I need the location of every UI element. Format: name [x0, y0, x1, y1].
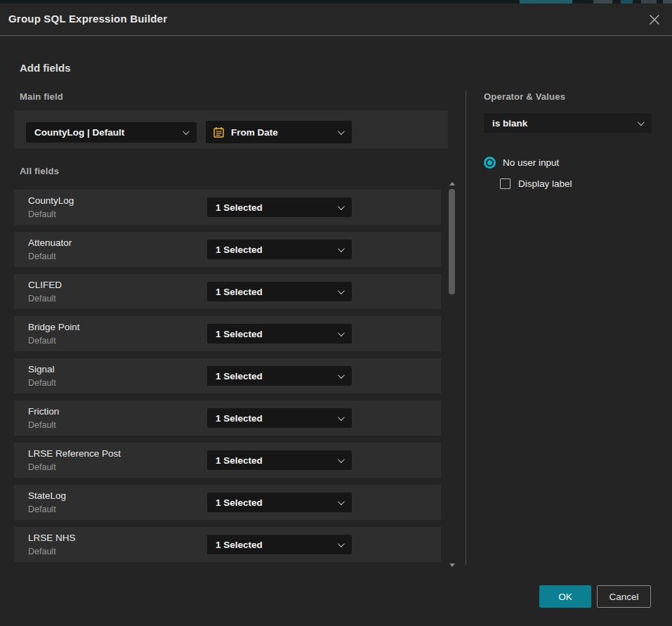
dialog-title: Group SQL Expression Builder — [8, 13, 167, 25]
calendar-icon — [213, 126, 225, 138]
field-row: Signal Default 1 Selected — [14, 358, 441, 393]
field-sublabel: Default — [28, 462, 56, 472]
ok-button[interactable]: OK — [539, 585, 591, 608]
field-row: CountyLog Default 1 Selected — [14, 190, 441, 225]
main-field-select-dropdown[interactable]: From Date — [206, 121, 352, 143]
chevron-down-icon — [338, 372, 345, 379]
field-name: Bridge Point — [28, 322, 80, 332]
radio-selected-icon — [484, 157, 496, 169]
selected-count-label: 1 Selected — [207, 497, 338, 508]
field-name: LRSE Reference Post — [28, 448, 121, 459]
field-name: CountyLog — [28, 195, 74, 206]
selected-count-label: 1 Selected — [207, 202, 338, 213]
field-name: CLIFED — [28, 280, 62, 290]
display-label-text: Display label — [518, 178, 572, 189]
all-fields-list: CountyLog Default 1 Selected Attenuator … — [14, 190, 441, 569]
field-sublabel: Default — [28, 209, 56, 219]
chevron-down-icon — [338, 245, 345, 252]
field-sublabel: Default — [28, 336, 56, 346]
field-row: Attenuator Default 1 Selected — [14, 232, 441, 267]
selected-count-label: 1 Selected — [207, 329, 338, 339]
field-name: StateLog — [28, 490, 66, 501]
field-sublabel: Default — [28, 252, 56, 261]
main-field-panel: CountyLog | Default From Date — [14, 110, 448, 148]
dialog-header: Group SQL Expression Builder — [0, 4, 672, 36]
chevron-down-icon — [338, 287, 345, 294]
chevron-down-icon — [338, 540, 345, 547]
scrollbar — [448, 179, 456, 567]
main-field-select-value: From Date — [231, 127, 338, 138]
field-selected-dropdown[interactable]: 1 Selected — [207, 408, 352, 428]
chevron-down-icon — [338, 456, 345, 463]
field-selected-dropdown[interactable]: 1 Selected — [207, 493, 352, 512]
selected-count-label: 1 Selected — [207, 371, 338, 382]
main-field-label: Main field — [20, 91, 63, 102]
field-sublabel: Default — [28, 378, 56, 388]
selected-count-label: 1 Selected — [207, 413, 338, 424]
field-selected-dropdown[interactable]: 1 Selected — [207, 366, 352, 386]
checkbox-unchecked-icon — [500, 178, 510, 189]
close-icon — [648, 13, 661, 26]
field-sublabel: Default — [28, 547, 56, 556]
scroll-up-arrow-icon[interactable] — [449, 182, 455, 185]
chevron-down-icon — [338, 128, 345, 135]
scroll-down-arrow-icon[interactable] — [449, 563, 455, 567]
chevron-down-icon — [183, 128, 190, 135]
field-row: CLIFED Default 1 Selected — [14, 274, 441, 309]
selected-count-label: 1 Selected — [207, 287, 338, 297]
field-row: Friction Default 1 Selected — [14, 400, 441, 436]
field-row: Bridge Point Default 1 Selected — [14, 316, 441, 351]
field-selected-dropdown[interactable]: 1 Selected — [207, 324, 352, 344]
operator-dropdown[interactable]: is blank — [484, 113, 652, 133]
field-row: StateLog Default 1 Selected — [14, 485, 441, 520]
field-name: Signal — [28, 364, 55, 374]
chevron-down-icon — [338, 414, 345, 421]
all-fields-label: All fields — [20, 166, 59, 176]
no-user-input-radio[interactable]: No user input — [484, 157, 559, 169]
field-selected-dropdown[interactable]: 1 Selected — [207, 535, 352, 554]
chevron-down-icon — [638, 119, 645, 126]
add-fields-heading: Add fields — [20, 62, 71, 74]
close-button[interactable] — [647, 12, 662, 27]
field-sublabel: Default — [28, 504, 56, 514]
field-selected-dropdown[interactable]: 1 Selected — [207, 282, 352, 301]
selected-count-label: 1 Selected — [207, 455, 338, 466]
field-selected-dropdown[interactable]: 1 Selected — [207, 240, 352, 259]
field-name: Attenuator — [28, 237, 72, 248]
operator-values-label: Operator & Values — [484, 91, 565, 102]
operator-value: is blank — [484, 118, 638, 129]
group-sql-expression-builder-dialog: Group SQL Expression Builder Add fields … — [0, 4, 672, 626]
field-sublabel: Default — [28, 420, 56, 430]
field-name: LRSE NHS — [28, 533, 76, 543]
scrollbar-thumb[interactable] — [449, 189, 455, 294]
layer-select-dropdown[interactable]: CountyLog | Default — [26, 122, 197, 143]
display-label-checkbox[interactable]: Display label — [500, 178, 572, 189]
field-selected-dropdown[interactable]: 1 Selected — [207, 450, 352, 470]
chevron-down-icon — [338, 498, 345, 505]
vertical-divider — [466, 91, 466, 565]
cancel-button[interactable]: Cancel — [597, 585, 651, 608]
selected-count-label: 1 Selected — [207, 540, 338, 550]
field-row: LRSE NHS Default 1 Selected — [14, 527, 441, 562]
field-selected-dropdown[interactable]: 1 Selected — [207, 197, 352, 217]
no-user-input-label: No user input — [503, 157, 559, 168]
field-name: Friction — [28, 406, 59, 417]
chevron-down-icon — [338, 203, 345, 210]
selected-count-label: 1 Selected — [207, 244, 338, 255]
layer-select-value: CountyLog | Default — [26, 127, 183, 138]
field-row: LRSE Reference Post Default 1 Selected — [14, 443, 441, 478]
chevron-down-icon — [338, 330, 345, 337]
field-sublabel: Default — [28, 294, 56, 304]
